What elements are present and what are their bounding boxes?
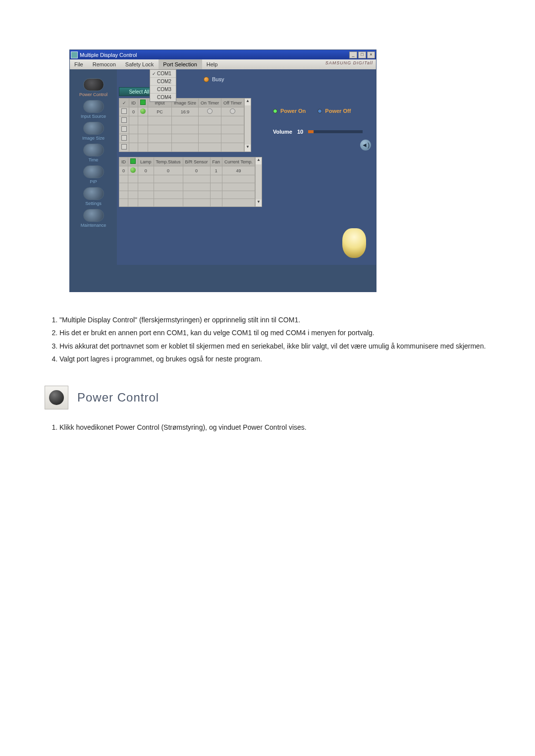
sidebar-item-label: Input Source <box>81 114 106 119</box>
col-power <box>138 99 148 107</box>
menubar: File Remocon Safety Lock Port Selection … <box>70 59 376 69</box>
doc-body: "Multiple Display Control" (flerskjermst… <box>45 315 490 432</box>
ontimer-dot-icon <box>207 108 213 114</box>
row-checkbox[interactable] <box>121 135 127 141</box>
table-row[interactable] <box>119 143 244 152</box>
list-item: Klikk hovedikonet Power Control (Strømst… <box>59 422 490 432</box>
col-temp-status: Temp.Status <box>154 157 183 166</box>
sidebar-item-input-source[interactable]: Input Source <box>70 100 117 119</box>
sidebar-item-label: PIP <box>90 179 97 184</box>
minimize-button[interactable]: _ <box>349 51 357 58</box>
port-option-com4[interactable]: COM4 <box>150 94 176 101</box>
sidebar-item-label: Maintenance <box>81 223 107 228</box>
clock-icon <box>83 144 104 156</box>
power-control-section-icon <box>45 386 68 409</box>
sidebar-item-label: Time <box>89 157 99 162</box>
grid1-scrollbar[interactable]: ▲ ▼ <box>244 98 251 152</box>
row-checkbox[interactable] <box>121 108 127 114</box>
sidebar-item-label: Settings <box>85 201 102 206</box>
port-option-com1[interactable]: COM1 <box>150 70 176 78</box>
cell-temp-status: 0 <box>154 166 183 175</box>
cell-curtemp: 49 <box>222 166 255 175</box>
table-row[interactable] <box>119 116 244 125</box>
table-row[interactable] <box>119 125 244 134</box>
table-row[interactable]: 0 PC 16:9 <box>119 107 244 116</box>
power-control-list: Klikk hovedikonet Power Control (Strømst… <box>45 422 490 432</box>
menu-remocon[interactable]: Remocon <box>88 59 121 69</box>
speaker-icon[interactable]: ◄) <box>360 140 371 151</box>
table-row[interactable] <box>119 183 255 191</box>
app-icon <box>71 51 78 58</box>
cell-image-size: 16:9 <box>172 107 199 116</box>
cell-fan: 1 <box>210 166 222 175</box>
col-off-timer: Off Timer <box>221 99 244 107</box>
display-grid: ✓ ID Input Image Size On Timer Off Timer… <box>119 98 244 152</box>
port-option-com3[interactable]: COM3 <box>150 86 176 94</box>
scroll-up-button[interactable]: ▲ <box>245 99 251 105</box>
col-fan: Fan <box>210 157 222 166</box>
list-item: Hvis akkurat det portnavnet som er koble… <box>59 341 490 351</box>
sidebar-item-pip[interactable]: PIP <box>70 165 117 184</box>
power-icon <box>83 78 104 91</box>
power-off-label: Power Off <box>325 108 351 114</box>
menu-file[interactable]: File <box>70 59 88 69</box>
cell-input: PC <box>148 107 172 116</box>
scroll-up-button[interactable]: ▲ <box>256 157 262 164</box>
row-checkbox[interactable] <box>121 144 127 150</box>
sidebar-item-settings[interactable]: Settings <box>70 187 117 206</box>
table-row[interactable] <box>119 199 255 207</box>
sidebar-item-label: Power Control <box>79 92 107 97</box>
power-header-icon <box>130 158 136 164</box>
table-row[interactable] <box>119 175 255 183</box>
input-source-icon <box>83 100 104 113</box>
volume-slider[interactable] <box>308 130 363 133</box>
mdc-window: Multiple Display Control _ □ × File Remo… <box>69 50 376 292</box>
volume-control: Volume 10 <box>273 129 371 135</box>
col-id2: ID <box>119 157 128 166</box>
list-item: Valgt port lagres i programmet, og bruke… <box>59 354 490 364</box>
port-option-com2[interactable]: COM2 <box>150 78 176 86</box>
lamp-icon <box>342 228 366 258</box>
col-on-timer: On Timer <box>199 99 221 107</box>
scroll-down-button[interactable]: ▼ <box>256 200 262 206</box>
table-row[interactable] <box>119 191 255 199</box>
section-header: Power Control <box>45 386 490 409</box>
maximize-button[interactable]: □ <box>358 51 366 58</box>
menu-help[interactable]: Help <box>202 59 223 69</box>
row-checkbox[interactable] <box>121 117 127 123</box>
sidebar-item-image-size[interactable]: Image Size <box>70 122 117 141</box>
scroll-down-button[interactable]: ▼ <box>245 145 251 151</box>
col-id: ID <box>129 99 138 107</box>
col-check: ✓ <box>119 99 129 107</box>
close-button[interactable]: × <box>367 51 375 58</box>
sidebar-item-label: Image Size <box>82 136 105 141</box>
list-item: "Multiple Display Control" (flerskjermst… <box>59 315 490 325</box>
sidebar-item-time[interactable]: Time <box>70 144 117 162</box>
power-header-icon <box>140 100 146 105</box>
menu-safety-lock[interactable]: Safety Lock <box>121 59 159 69</box>
gear-icon <box>83 187 104 200</box>
power-buttons: Power On Power Off <box>273 108 371 114</box>
grid2-scrollbar[interactable]: ▲ ▼ <box>255 157 262 207</box>
offtimer-dot-icon <box>230 108 235 114</box>
status-grid: ID Lamp Temp.Status B/R Sensor Fan Curre… <box>119 157 255 207</box>
section-title: Power Control <box>77 389 159 406</box>
power-on-dot-icon <box>140 108 146 114</box>
list-item: His det er brukt en annen port enn COM1,… <box>59 328 490 338</box>
col-power2 <box>128 157 138 166</box>
power-on-dot-icon <box>130 167 136 173</box>
row-checkbox[interactable] <box>121 126 127 132</box>
power-off-button[interactable]: Power Off <box>318 108 351 114</box>
sidebar: Power Control Input Source Image Size Ti… <box>70 69 117 265</box>
table-row[interactable] <box>119 134 244 143</box>
power-on-button[interactable]: Power On <box>273 108 306 114</box>
window-buttons: _ □ × <box>349 51 375 58</box>
led-off-icon <box>318 109 322 113</box>
sidebar-item-maintenance[interactable]: Maintenance <box>70 209 117 228</box>
table-row[interactable]: 0 0 0 0 1 49 <box>119 166 255 175</box>
sidebar-item-power-control[interactable]: Power Control <box>70 78 117 97</box>
window-title: Multiple Display Control <box>80 52 137 58</box>
brand-label: SAMSUNG DIGITall <box>325 60 373 65</box>
cell-id2: 0 <box>119 166 128 175</box>
menu-port-selection[interactable]: Port Selection <box>159 59 202 69</box>
